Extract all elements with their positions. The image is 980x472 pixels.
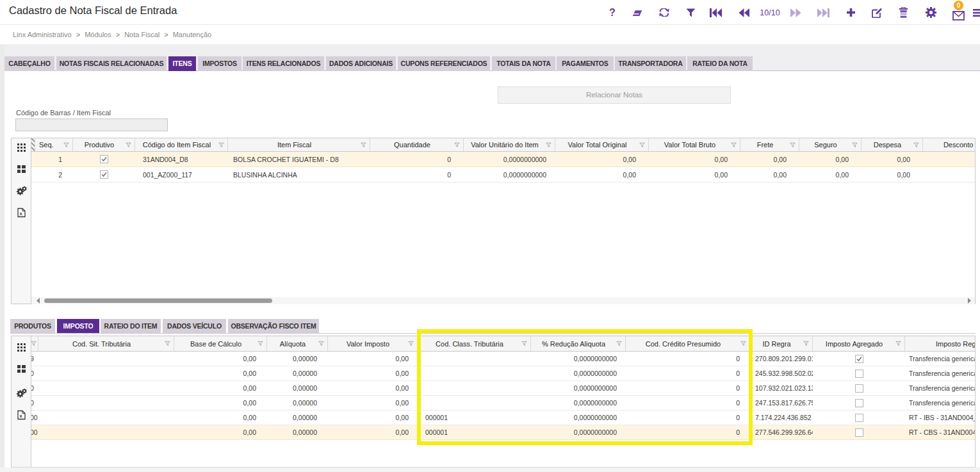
svg-text:x: x [19, 413, 22, 419]
svg-text:x: x [19, 211, 22, 216]
